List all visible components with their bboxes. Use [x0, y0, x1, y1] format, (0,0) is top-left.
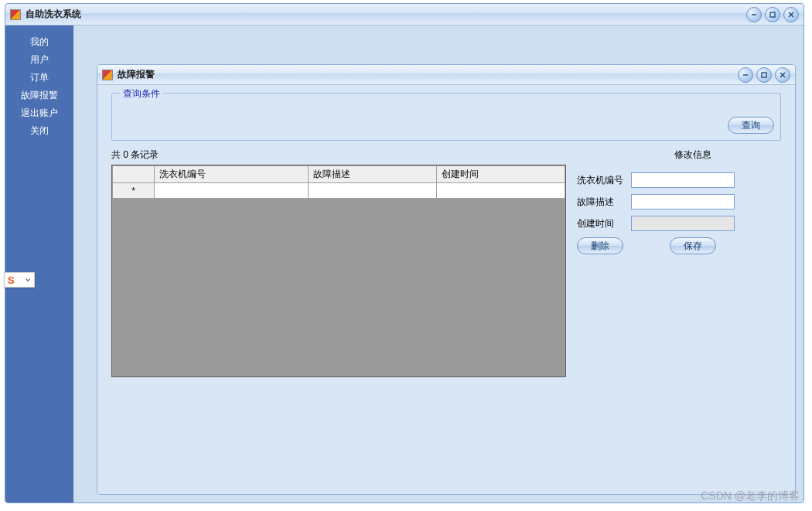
sidebar-item-label: 我的 — [30, 36, 49, 47]
close-button[interactable] — [783, 7, 799, 22]
sidebar: 我的 用户 订单 故障报警 退出账户 关闭 — [5, 26, 73, 502]
query-group-label: 查询条件 — [120, 87, 163, 100]
form-row-created-time: 创建时间 — [577, 216, 781, 231]
search-button[interactable]: 查询 — [728, 117, 774, 134]
main-row: 洗衣机编号 故障描述 创建时间 * — [111, 165, 781, 483]
main-window: 自助洗衣系统 我的 用户 订单 故障报警 退出账户 关闭 — [5, 3, 804, 503]
svg-rect-1 — [770, 12, 775, 17]
sidebar-item-label: 故障报警 — [21, 90, 58, 100]
minimize-icon — [750, 11, 758, 19]
col-created-time[interactable]: 创建时间 — [436, 166, 565, 183]
cell-created-time[interactable] — [436, 183, 565, 199]
maximize-button[interactable] — [765, 7, 780, 22]
main-title: 自助洗衣系统 — [26, 8, 81, 21]
ime-letter: S — [8, 274, 15, 286]
input-fault-desc[interactable] — [631, 194, 735, 210]
query-groupbox: 查询条件 查询 — [111, 93, 781, 141]
maximize-icon — [769, 11, 776, 19]
input-machine-id[interactable] — [631, 172, 735, 188]
label-machine-id: 洗衣机编号 — [577, 174, 631, 187]
col-fault-desc[interactable]: 故障描述 — [308, 166, 436, 183]
fault-table: 洗衣机编号 故障描述 创建时间 * — [112, 165, 565, 199]
child-titlebar[interactable]: 故障报警 — [97, 65, 795, 85]
sidebar-item-label: 用户 — [30, 54, 49, 65]
maximize-icon — [760, 71, 768, 79]
minimize-icon — [742, 71, 749, 79]
record-count-label: 共 0 条记录 — [111, 148, 159, 162]
save-button[interactable]: 保存 — [670, 237, 716, 254]
sidebar-item-user[interactable]: 用户 — [5, 51, 73, 69]
child-window: 故障报警 查询条件 — [97, 64, 796, 495]
label-created-time: 创建时间 — [577, 217, 631, 230]
records-row: 共 0 条记录 修改信息 — [111, 148, 781, 162]
record-suffix: 条记录 — [131, 149, 159, 160]
sidebar-item-order[interactable]: 订单 — [5, 69, 73, 87]
edit-panel: 洗衣机编号 故障描述 创建时间 — [577, 165, 781, 483]
record-count: 0 — [123, 149, 128, 160]
fault-datagrid[interactable]: 洗衣机编号 故障描述 创建时间 * — [111, 165, 566, 377]
edit-info-title: 修改信息 — [674, 148, 711, 162]
main-body: 我的 用户 订单 故障报警 退出账户 关闭 故障报警 — [5, 26, 803, 502]
child-body: 查询条件 查询 共 0 条记录 修改信息 — [97, 85, 795, 494]
sidebar-item-label: 订单 — [30, 72, 49, 83]
edit-buttons: 删除 保存 — [577, 237, 781, 254]
cell-machine-id[interactable] — [155, 183, 309, 199]
sidebar-item-label: 退出账户 — [21, 107, 58, 118]
child-app-icon — [102, 70, 113, 80]
child-maximize-button[interactable] — [756, 67, 772, 83]
form-row-machine-id: 洗衣机编号 — [577, 172, 781, 188]
close-icon — [779, 71, 786, 79]
form-row-fault-desc: 故障描述 — [577, 194, 781, 210]
child-minimize-button[interactable] — [738, 67, 753, 83]
child-close-button[interactable] — [775, 67, 790, 83]
main-titlebar[interactable]: 自助洗衣系统 — [5, 4, 803, 26]
row-header-corner[interactable] — [113, 166, 155, 183]
sidebar-item-fault-alarm[interactable]: 故障报警 — [5, 87, 73, 104]
close-icon — [787, 11, 795, 19]
sidebar-item-logout[interactable]: 退出账户 — [5, 104, 73, 122]
child-window-controls — [738, 67, 790, 83]
sidebar-item-close[interactable]: 关闭 — [5, 122, 73, 140]
main-window-controls — [746, 7, 799, 22]
ime-badge[interactable]: S — [4, 272, 35, 288]
sidebar-item-label: 关闭 — [30, 125, 49, 136]
table-new-row[interactable]: * — [113, 183, 565, 199]
delete-button[interactable]: 删除 — [577, 237, 623, 254]
record-prefix: 共 — [111, 149, 121, 160]
app-icon — [10, 9, 21, 20]
svg-rect-5 — [762, 73, 766, 77]
new-row-marker: * — [113, 183, 155, 199]
chevron-down-icon — [25, 274, 31, 285]
content-area: 故障报警 查询条件 — [73, 26, 803, 502]
table-header-row: 洗衣机编号 故障描述 创建时间 — [113, 166, 565, 183]
minimize-button[interactable] — [746, 7, 762, 22]
label-fault-desc: 故障描述 — [577, 196, 631, 209]
cell-fault-desc[interactable] — [308, 183, 436, 199]
child-title: 故障报警 — [118, 68, 155, 81]
sidebar-item-mine[interactable]: 我的 — [5, 33, 73, 51]
input-created-time — [631, 216, 735, 231]
col-machine-id[interactable]: 洗衣机编号 — [155, 166, 309, 183]
